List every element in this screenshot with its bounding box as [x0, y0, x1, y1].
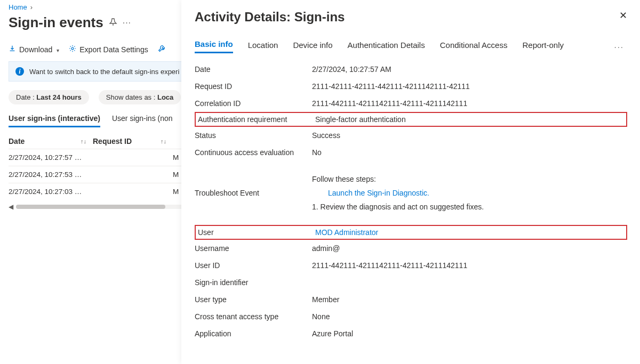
field-label: Authentication requirement	[198, 115, 315, 124]
field-label: User ID	[195, 261, 312, 270]
field-value: admin@	[312, 244, 627, 253]
field-user-type: User type Member	[195, 291, 627, 308]
showdates-filter-pill[interactable]: Show dates as : Loca	[99, 90, 181, 104]
info-icon: i	[15, 67, 24, 76]
cell-date: 2/27/2024, 10:27:03 …	[9, 188, 93, 196]
field-value: Azure Portal	[312, 329, 627, 338]
field-status: Status Success	[195, 127, 627, 144]
field-value: Member	[312, 295, 627, 304]
field-value-group: Follow these steps: Launch the Sign-in D…	[312, 175, 627, 211]
field-value: None	[312, 312, 627, 321]
ellipsis-icon[interactable]: ···	[123, 18, 131, 28]
page-title: Sign-in events	[9, 14, 103, 31]
tab-interactive[interactable]: User sign-ins (interactive)	[9, 114, 100, 127]
info-banner-text: Want to switch back to the default sign-…	[29, 68, 179, 76]
close-icon[interactable]: ✕	[619, 10, 627, 21]
field-date: Date 2/27/2024, 10:27:57 AM	[195, 61, 627, 78]
details-panel: Activity Details: Sign-ins ✕ Basic info …	[181, 0, 640, 364]
tab-conditional-access[interactable]: Conditional Access	[440, 41, 508, 53]
cell-cut: M	[173, 171, 179, 179]
cell-cut: M	[173, 153, 179, 161]
field-signin-identifier: Sign-in identifier	[195, 274, 627, 291]
date-filter-pill[interactable]: Date : Last 24 hours	[9, 90, 89, 104]
field-value: 2111-442111-4211142111-42111-4211142111	[312, 99, 627, 108]
field-value: 2/27/2024, 10:27:57 AM	[312, 65, 627, 74]
field-value: Single-factor authentication	[315, 115, 624, 124]
field-label: Continuous access evaluation	[195, 148, 312, 157]
tab-basic-info[interactable]: Basic info	[195, 39, 233, 53]
wrench-icon	[158, 45, 165, 54]
field-label: Sign-in identifier	[195, 278, 312, 287]
cell-requestid	[93, 153, 173, 161]
chevron-right-icon: ›	[30, 3, 33, 11]
field-value: No	[312, 148, 627, 157]
field-application: Application Azure Portal	[195, 325, 627, 342]
tabs-ellipsis-icon[interactable]: ···	[614, 42, 624, 51]
sort-icon: ↑↓	[161, 138, 166, 144]
download-label: Download	[19, 45, 52, 54]
user-link[interactable]: MOD Administrator	[315, 228, 378, 237]
field-value: 2111-442111-4211142111-42111-4211142111	[312, 261, 627, 270]
field-value: Success	[312, 131, 627, 140]
cell-date: 2/27/2024, 10:27:53 …	[9, 171, 93, 179]
field-user: User MOD Administrator	[195, 225, 627, 240]
field-cae: Continuous access evaluation No	[195, 144, 627, 161]
gear-icon	[69, 45, 76, 54]
field-username: Username admin@	[195, 240, 627, 257]
panel-title: Activity Details: Sign-ins	[195, 10, 345, 25]
scroll-thumb[interactable]	[16, 205, 165, 209]
launch-diagnostic-link[interactable]: Launch the Sign-in Diagnostic.	[328, 189, 429, 197]
field-cross-tenant-access-type: Cross tenant access type None	[195, 308, 627, 325]
download-button[interactable]: Download	[9, 45, 59, 54]
panel-header: Activity Details: Sign-ins ✕	[195, 10, 627, 25]
svg-point-0	[71, 47, 74, 50]
field-user-id: User ID 2111-442111-4211142111-42111-421…	[195, 257, 627, 274]
field-authentication-requirement: Authentication requirement Single-factor…	[195, 112, 627, 127]
field-label: Request ID	[195, 82, 312, 91]
field-label: Cross tenant access type	[195, 312, 312, 321]
troubleshoot-follow: Follow these steps:	[312, 175, 627, 183]
field-label: User	[198, 228, 315, 237]
export-settings-label: Export Data Settings	[79, 45, 148, 54]
sort-icon: ↑↓	[81, 138, 86, 144]
tab-location[interactable]: Location	[248, 41, 278, 53]
cell-requestid	[93, 171, 173, 179]
tab-noninteractive[interactable]: User sign-ins (non	[112, 114, 173, 127]
cell-cut: M	[173, 188, 179, 196]
field-label: Application	[195, 329, 312, 338]
field-label: Status	[195, 131, 312, 140]
field-label: User type	[195, 295, 312, 304]
troubleshoot-button-cut[interactable]	[158, 45, 165, 54]
chevron-down-icon	[55, 45, 59, 54]
export-settings-button[interactable]: Export Data Settings	[69, 45, 148, 54]
field-value: 2111-42111-42111-442111-4211142111-42111	[312, 82, 627, 91]
basic-info-content: Date 2/27/2024, 10:27:57 AM Request ID 2…	[195, 61, 627, 342]
troubleshoot-step1: 1. Review the diagnosis and act on sugge…	[312, 203, 627, 211]
pin-icon[interactable]	[109, 18, 117, 28]
cell-date: 2/27/2024, 10:27:57 …	[9, 153, 93, 161]
breadcrumb-home-link[interactable]: Home	[9, 3, 27, 11]
download-icon	[9, 45, 16, 54]
panel-tabs: Basic info Location Device info Authenti…	[195, 39, 627, 53]
scroll-left-icon[interactable]: ◀	[9, 203, 15, 211]
col-header-requestid[interactable]: Request ID ↑↓	[93, 137, 173, 145]
field-label: Correlation ID	[195, 99, 312, 108]
field-correlation-id: Correlation ID 2111-442111-4211142111-42…	[195, 95, 627, 112]
cell-requestid	[93, 188, 173, 196]
tab-report-only[interactable]: Report-only	[522, 41, 564, 53]
col-header-date[interactable]: Date ↑↓	[9, 137, 93, 145]
field-label: Username	[195, 244, 312, 253]
field-troubleshoot-event: Troubleshoot Event Follow these steps: L…	[195, 171, 627, 215]
field-label: Troubleshoot Event	[195, 189, 312, 197]
app-root: Home › Sign-in events ··· Download	[0, 0, 640, 364]
field-request-id: Request ID 2111-42111-42111-442111-42111…	[195, 78, 627, 95]
tab-device-info[interactable]: Device info	[293, 41, 332, 53]
field-label: Date	[195, 65, 312, 74]
tab-authentication-details[interactable]: Authentication Details	[348, 41, 425, 53]
